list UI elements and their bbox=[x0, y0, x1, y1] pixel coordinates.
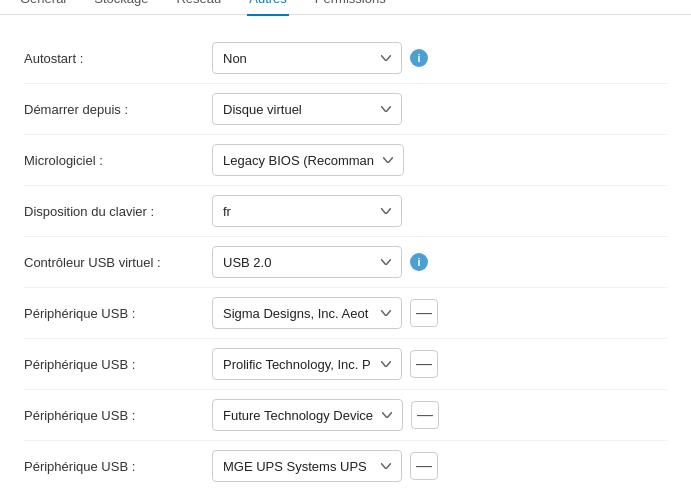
autostart-control: Non Oui i bbox=[212, 42, 667, 74]
usb-device-3-control: Future Technology Device — bbox=[212, 399, 667, 431]
firmware-select[interactable]: Legacy BIOS (Recomman UEFI bbox=[212, 144, 404, 176]
usb-device-4-control: MGE UPS Systems UPS — bbox=[212, 450, 667, 482]
usb-device-3-remove-button[interactable]: — bbox=[411, 401, 439, 429]
tab-reseau[interactable]: Réseau bbox=[174, 0, 223, 16]
firmware-row: Micrologiciel : Legacy BIOS (Recomman UE… bbox=[24, 135, 667, 186]
usb-device-1-row: Périphérique USB : Sigma Designs, Inc. A… bbox=[24, 288, 667, 339]
usb-device-2-select[interactable]: Prolific Technology, Inc. P bbox=[212, 348, 402, 380]
tab-general[interactable]: Général bbox=[18, 0, 68, 16]
usb-controller-select[interactable]: USB 2.0 USB 3.0 bbox=[212, 246, 402, 278]
boot-from-label: Démarrer depuis : bbox=[24, 102, 204, 117]
usb-device-2-control: Prolific Technology, Inc. P — bbox=[212, 348, 667, 380]
firmware-label: Micrologiciel : bbox=[24, 153, 204, 168]
autostart-select[interactable]: Non Oui bbox=[212, 42, 402, 74]
usb-controller-row: Contrôleur USB virtuel : USB 2.0 USB 3.0… bbox=[24, 237, 667, 288]
keyboard-select[interactable]: fr en de bbox=[212, 195, 402, 227]
usb-controller-control: USB 2.0 USB 3.0 i bbox=[212, 246, 667, 278]
usb-device-4-remove-button[interactable]: — bbox=[410, 452, 438, 480]
usb-controller-info-icon[interactable]: i bbox=[410, 253, 428, 271]
tab-stockage[interactable]: Stockage bbox=[92, 0, 150, 16]
tab-bar: Général Stockage Réseau Autres Permissio… bbox=[0, 0, 691, 15]
usb-device-3-label: Périphérique USB : bbox=[24, 408, 204, 423]
dialog: Modifier la machine virtuelle × Général … bbox=[0, 0, 691, 500]
tab-permissions[interactable]: Permissions bbox=[313, 0, 388, 16]
keyboard-label: Disposition du clavier : bbox=[24, 204, 204, 219]
usb-device-2-remove-button[interactable]: — bbox=[410, 350, 438, 378]
usb-device-1-control: Sigma Designs, Inc. Aeot — bbox=[212, 297, 667, 329]
usb-device-1-remove-button[interactable]: — bbox=[410, 299, 438, 327]
autostart-label: Autostart : bbox=[24, 51, 204, 66]
usb-device-4-row: Périphérique USB : MGE UPS Systems UPS — bbox=[24, 441, 667, 491]
dialog-body: Autostart : Non Oui i Démarrer depuis : … bbox=[0, 15, 691, 500]
usb-device-3-select[interactable]: Future Technology Device bbox=[212, 399, 403, 431]
usb-device-2-label: Périphérique USB : bbox=[24, 357, 204, 372]
firmware-control: Legacy BIOS (Recomman UEFI bbox=[212, 144, 667, 176]
usb-device-4-label: Périphérique USB : bbox=[24, 459, 204, 474]
usb-device-4-select[interactable]: MGE UPS Systems UPS bbox=[212, 450, 402, 482]
boot-from-control: Disque virtuel Réseau bbox=[212, 93, 667, 125]
autostart-row: Autostart : Non Oui i bbox=[24, 33, 667, 84]
usb-controller-label: Contrôleur USB virtuel : bbox=[24, 255, 204, 270]
keyboard-row: Disposition du clavier : fr en de bbox=[24, 186, 667, 237]
usb-device-1-label: Périphérique USB : bbox=[24, 306, 204, 321]
usb-device-3-row: Périphérique USB : Future Technology Dev… bbox=[24, 390, 667, 441]
boot-from-row: Démarrer depuis : Disque virtuel Réseau bbox=[24, 84, 667, 135]
usb-device-2-row: Périphérique USB : Prolific Technology, … bbox=[24, 339, 667, 390]
boot-from-select[interactable]: Disque virtuel Réseau bbox=[212, 93, 402, 125]
autostart-info-icon[interactable]: i bbox=[410, 49, 428, 67]
keyboard-control: fr en de bbox=[212, 195, 667, 227]
usb-device-1-select[interactable]: Sigma Designs, Inc. Aeot bbox=[212, 297, 402, 329]
tab-autres[interactable]: Autres bbox=[247, 0, 289, 16]
